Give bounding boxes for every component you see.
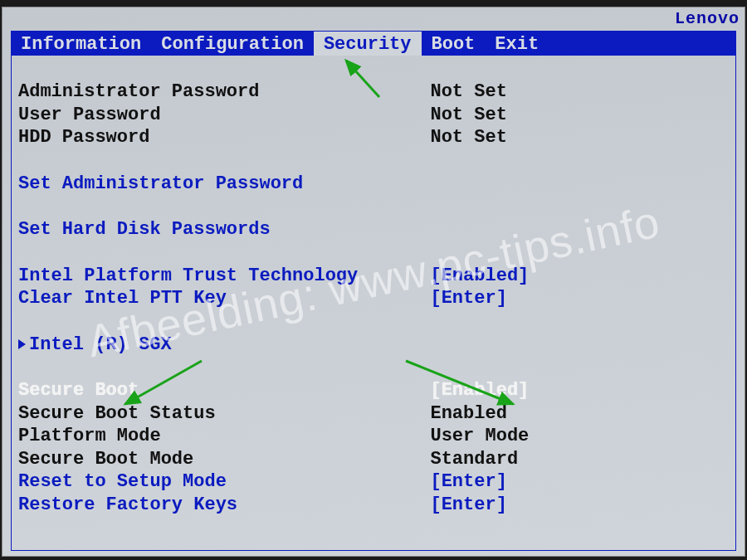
row-clear-ptt[interactable]: Clear Intel PTT Key [Enter] [18,287,729,310]
brand-label: Lenovo [666,7,745,32]
label-platform-mode: Platform Mode [18,425,430,448]
row-set-admin-password[interactable]: Set Administrator Password [18,173,729,196]
row-sgx[interactable]: Intel (R) SGX [18,334,729,357]
value-reset-setup-mode: [Enter] [430,470,729,494]
label-user-password: User Password [18,104,430,127]
row-admin-password: Administrator Password Not Set [18,80,729,104]
bios-panel: Administrator Password Not Set User Pass… [11,56,736,551]
row-hdd-password: HDD Password Not Set [18,126,729,149]
row-secure-boot[interactable]: Secure Boot [Enabled] [18,379,729,402]
label-sgx: Intel (R) SGX [18,334,430,357]
label-secure-boot-mode: Secure Boot Mode [18,448,430,471]
label-set-hdd-passwords: Set Hard Disk Passwords [18,218,430,241]
row-user-password: User Password Not Set [18,104,729,127]
row-set-hdd-passwords[interactable]: Set Hard Disk Passwords [18,218,729,241]
spacer [18,241,729,265]
spacer [18,149,729,173]
row-restore-factory-keys[interactable]: Restore Factory Keys [Enter] [18,494,729,517]
tab-exit[interactable]: Exit [485,31,549,56]
submenu-arrow-icon [18,339,26,349]
row-secure-boot-status: Secure Boot Status Enabled [18,402,729,426]
row-reset-setup-mode[interactable]: Reset to Setup Mode [Enter] [18,470,729,494]
value-ptt: [Enabled] [430,265,729,288]
value-user-password: Not Set [430,104,729,127]
tab-security[interactable]: Security [314,31,422,56]
label-admin-password: Administrator Password [18,80,430,104]
tab-configuration[interactable]: Configuration [151,31,314,56]
monitor-bezel: Lenovo Information Configuration Securit… [0,0,747,560]
label-sgx-text: Intel (R) SGX [29,334,172,355]
value-secure-boot: [Enabled] [430,379,729,402]
row-platform-mode: Platform Mode User Mode [18,425,729,448]
label-secure-boot: Secure Boot [18,379,430,402]
label-reset-setup-mode: Reset to Setup Mode [18,470,430,494]
bios-tab-bar: Information Configuration Security Boot … [11,31,736,56]
value-admin-password: Not Set [430,80,729,104]
value-platform-mode: User Mode [430,425,729,448]
label-hdd-password: HDD Password [18,126,430,149]
value-restore-factory-keys: [Enter] [430,494,729,517]
label-secure-boot-status: Secure Boot Status [18,402,430,426]
label-ptt: Intel Platform Trust Technology [18,265,430,288]
label-restore-factory-keys: Restore Factory Keys [18,494,430,517]
spacer [18,195,729,218]
value-hdd-password: Not Set [430,126,729,149]
spacer [18,310,729,334]
row-ptt[interactable]: Intel Platform Trust Technology [Enabled… [18,265,729,288]
value-clear-ptt: [Enter] [430,287,729,310]
bios-screen: Lenovo Information Configuration Securit… [2,7,745,557]
spacer [18,356,729,379]
value-secure-boot-mode: Standard [430,448,729,471]
label-clear-ptt: Clear Intel PTT Key [18,287,430,310]
label-set-admin-password: Set Administrator Password [18,173,430,196]
row-secure-boot-mode: Secure Boot Mode Standard [18,448,729,471]
tab-boot[interactable]: Boot [422,31,486,56]
tab-information[interactable]: Information [11,31,151,56]
value-secure-boot-status: Enabled [430,402,729,426]
